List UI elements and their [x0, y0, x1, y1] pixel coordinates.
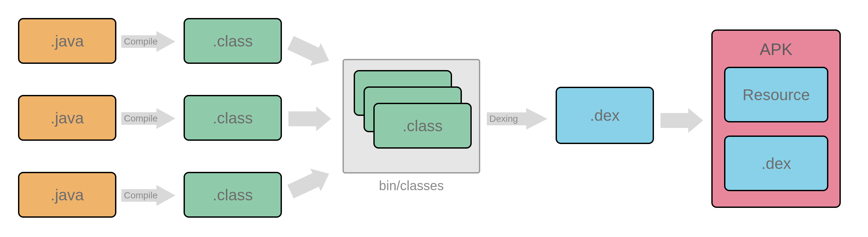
arrow-label: Compile: [124, 36, 158, 47]
apk-dex-box: .dex: [724, 136, 828, 191]
java-box-1: .java: [18, 18, 116, 64]
dex-label: .dex: [590, 106, 620, 125]
class-box-2: .class: [184, 95, 282, 141]
class-stack-front: .class: [373, 103, 472, 148]
class-box-3: .class: [184, 172, 282, 218]
apk-resource-label: Resource: [742, 86, 810, 104]
java-label: .java: [51, 109, 84, 127]
java-box-3: .java: [18, 172, 116, 218]
compile-arrow-3: Compile: [121, 185, 175, 206]
class-box-1: .class: [184, 18, 282, 64]
bin-classes-container: .class: [343, 59, 480, 173]
dex-box: .dex: [556, 87, 654, 144]
java-label: .java: [51, 32, 84, 50]
apk-title: APK: [713, 40, 839, 59]
converge-arrow-3: [285, 162, 334, 203]
apk-container: APK Resource .dex: [711, 30, 841, 208]
class-label: .class: [213, 186, 253, 204]
class-stack-label: .class: [403, 117, 443, 135]
bin-classes-caption: bin/classes: [343, 178, 480, 193]
compile-arrow-2: Compile: [121, 108, 175, 129]
class-label: .class: [213, 109, 253, 127]
class-label: .class: [213, 32, 253, 50]
to-apk-arrow: [660, 108, 703, 133]
arrow-label: Compile: [124, 113, 158, 124]
converge-arrow-2: [288, 106, 331, 131]
apk-resource-box: Resource: [724, 67, 828, 123]
dexing-arrow: Dexing: [487, 108, 548, 130]
arrow-label: Dexing: [489, 113, 518, 124]
diagram-canvas: .java .java .java Compile Compile Compil…: [0, 0, 868, 237]
arrow-label: Compile: [124, 190, 158, 201]
java-label: .java: [51, 186, 84, 204]
compile-arrow-1: Compile: [121, 31, 175, 52]
converge-arrow-1: [285, 31, 334, 72]
java-box-2: .java: [18, 95, 116, 141]
apk-dex-label: .dex: [762, 155, 791, 172]
